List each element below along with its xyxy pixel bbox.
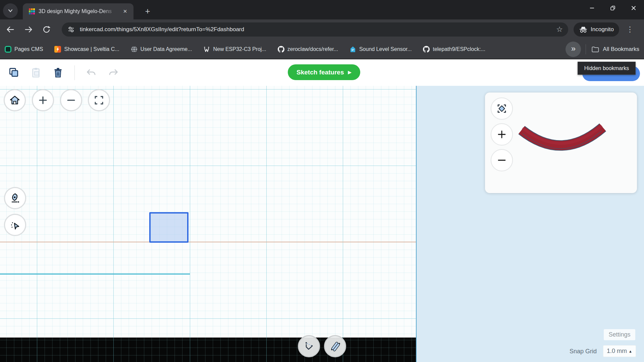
url-text: tinkercad.com/things/5Xn8XGsIIny/edit?re… xyxy=(80,26,244,33)
minimize-button[interactable] xyxy=(582,0,602,16)
chevron-down-icon xyxy=(7,7,14,14)
snap-grid-value: 1.0 mm xyxy=(607,348,627,355)
sketch-canvas[interactable] xyxy=(0,86,416,362)
select-tool-button[interactable] xyxy=(4,214,26,236)
sketch-line-segment[interactable] xyxy=(0,274,190,275)
wokwi-icon xyxy=(203,46,210,53)
snap-grid-select[interactable]: 1.0 mm ▲ xyxy=(603,345,636,357)
app-header: Sketch features ▶ xyxy=(0,59,644,86)
tab-close-button[interactable]: ✕ xyxy=(121,7,129,16)
bookmark-zeroclaw[interactable]: zeroclaw/docs/refer... xyxy=(278,46,338,53)
tinkercad-favicon-icon xyxy=(29,8,35,14)
fit-shape-icon xyxy=(496,103,507,114)
hidden-bookmarks-tooltip: Hidden bookmarks xyxy=(578,62,636,75)
globe-icon xyxy=(131,46,138,53)
select-cursor-icon xyxy=(10,220,20,230)
folder-icon xyxy=(591,45,599,54)
address-bar[interactable]: tinkercad.com/things/5Xn8XGsIIny/edit?re… xyxy=(62,22,568,37)
fit-view-button[interactable] xyxy=(88,89,110,111)
browser-window: 3D design Mighty Migelo-Dens ✕ + xyxy=(0,0,644,362)
settings-button[interactable]: Settings xyxy=(604,329,635,340)
bookmark-sveltia[interactable]: Showcase | Sveltia C... xyxy=(54,46,119,53)
sensor-icon xyxy=(350,46,356,53)
all-bookmarks-label: All Bookmarks xyxy=(603,46,639,53)
site-controls-icon xyxy=(67,25,75,34)
delete-button[interactable] xyxy=(52,67,64,78)
bookmarks-divider xyxy=(586,44,586,54)
minimize-icon xyxy=(589,5,595,11)
sketch-features-button[interactable]: Sketch features ▶ xyxy=(288,64,360,80)
incognito-badge: Incognito xyxy=(574,22,619,37)
header-divider xyxy=(74,65,75,80)
back-button[interactable] xyxy=(3,22,18,37)
minus-icon xyxy=(497,155,507,165)
pen-icon xyxy=(10,193,20,203)
tab-search-button[interactable] xyxy=(3,3,18,18)
selected-rectangle[interactable] xyxy=(149,212,189,243)
reload-icon xyxy=(42,25,51,34)
restore-icon xyxy=(610,5,616,11)
polyline-tool-button[interactable] xyxy=(298,335,320,357)
new-tab-button[interactable]: + xyxy=(141,4,154,18)
preview-zoom-in-button[interactable] xyxy=(491,123,513,145)
close-window-button[interactable] xyxy=(623,0,644,16)
preview-zoom-out-button[interactable] xyxy=(491,149,513,171)
bookmark-star-icon[interactable]: ☆ xyxy=(556,26,563,33)
incognito-label: Incognito xyxy=(591,26,614,33)
browser-tab[interactable]: 3D design Mighty Migelo-Dens ✕ xyxy=(23,3,133,19)
fit-view-icon xyxy=(94,95,104,106)
ground-plane xyxy=(0,338,416,362)
bookmark-user-data[interactable]: User Data Agreeme... xyxy=(131,46,192,53)
sveltia-icon xyxy=(54,46,61,53)
incognito-icon xyxy=(579,26,588,33)
editor-stage: Settings Snap Grid 1.0 mm ▲ xyxy=(0,86,644,362)
reload-button[interactable] xyxy=(39,22,54,37)
restore-button[interactable] xyxy=(602,0,623,16)
plus-icon xyxy=(38,95,48,105)
sketch-features-label: Sketch features xyxy=(297,69,344,76)
browser-menu-button[interactable]: ⋮ xyxy=(623,25,637,34)
tab-title: 3D design Mighty Migelo-Dens xyxy=(39,8,116,14)
home-view-button[interactable] xyxy=(4,89,26,111)
bookmark-pages-cms[interactable]: Pages CMS xyxy=(5,46,43,53)
bookmark-esp32[interactable]: New ESP32-C3 Proj... xyxy=(203,46,266,53)
polyline-icon xyxy=(303,341,315,352)
close-icon xyxy=(631,5,637,11)
forward-button[interactable] xyxy=(21,22,36,37)
curved-shape-preview xyxy=(517,123,607,161)
offset-tool-button[interactable] xyxy=(324,335,346,357)
pages-cms-icon xyxy=(5,46,11,53)
duplicate-button[interactable] xyxy=(8,67,19,78)
browser-toolbar: tinkercad.com/things/5Xn8XGsIIny/edit?re… xyxy=(0,19,644,40)
window-controls xyxy=(582,0,644,19)
back-icon xyxy=(5,24,15,35)
github-icon xyxy=(423,46,430,53)
all-bookmarks-button[interactable]: All Bookmarks xyxy=(591,45,639,54)
title-bar: 3D design Mighty Migelo-Dens ✕ + xyxy=(0,0,644,19)
bookmark-sound-sensor[interactable]: Sound Level Sensor... xyxy=(350,46,412,53)
pen-tool-button[interactable] xyxy=(4,187,26,209)
shape-preview-panel xyxy=(485,93,637,193)
github-icon xyxy=(278,46,284,53)
undo-button[interactable] xyxy=(86,67,97,78)
minus-icon xyxy=(66,95,76,105)
zoom-out-button[interactable] xyxy=(60,89,82,111)
bookmarks-bar: Pages CMS Showcase | Sveltia C... User D… xyxy=(0,40,644,59)
sketch-plane-edge xyxy=(416,86,417,362)
bookmarks-overflow-button[interactable]: » xyxy=(566,42,581,57)
paste-button[interactable] xyxy=(30,67,42,78)
play-icon: ▶ xyxy=(348,70,352,75)
preview-fit-button[interactable] xyxy=(491,98,513,120)
home-icon xyxy=(9,95,20,106)
offset-icon xyxy=(329,341,341,352)
plus-icon xyxy=(497,129,507,139)
snap-grid-label: Snap Grid xyxy=(570,348,597,355)
axis-line xyxy=(0,242,416,242)
bookmark-telepath[interactable]: telepath9/ESPclock:... xyxy=(423,46,485,53)
redo-button[interactable] xyxy=(108,67,119,78)
zoom-in-button[interactable] xyxy=(32,89,54,111)
forward-icon xyxy=(23,24,34,35)
caret-up-icon: ▲ xyxy=(629,349,632,353)
